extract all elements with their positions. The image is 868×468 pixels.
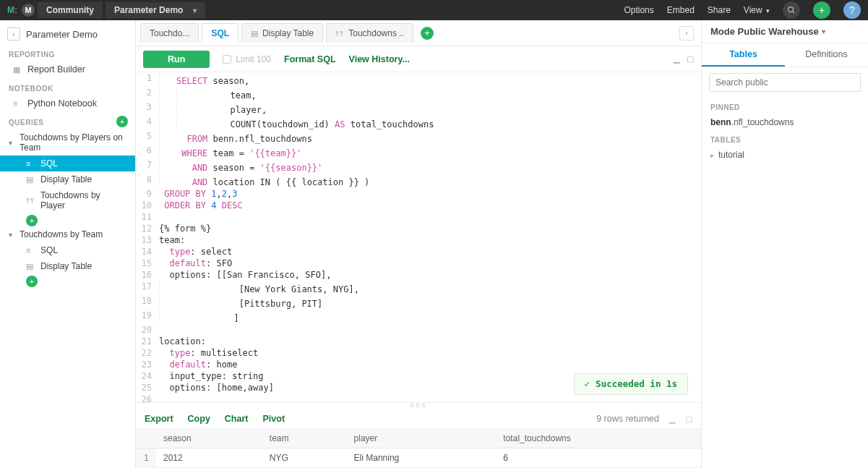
editor-line: 8 AND location IN ( {{ location }} ) [136,174,701,188]
add-query-button[interactable]: + [116,116,128,127]
chart-icon: ⫯⫯ [335,29,344,38]
child-label: Touchdowns by Player [40,190,126,210]
sidebar-query-child[interactable]: ▤Display Table [0,258,135,274]
editor-line: 7 AND season = '{{season}}' [136,159,701,174]
column-header[interactable]: season [156,429,262,448]
menu-embed[interactable]: Embed [667,5,695,15]
sql-editor[interactable]: 1SELECT season,2 team,3 player,4 COUNT(t… [136,72,701,402]
table-icon: ▤ [26,175,36,184]
editor-tab[interactable]: ⫯⫯Touchdowns .. [326,23,413,43]
editor-tab[interactable]: SQL [202,23,239,43]
resize-handle[interactable]: ⠿⠿⠿ [136,402,701,409]
column-header[interactable]: team [262,429,347,448]
menu-view[interactable]: View ▾ [744,5,770,15]
help-button[interactable]: ? [843,1,861,19]
chart-icon: ⫯⫯ [26,196,36,205]
editor-line: 20 [136,324,701,336]
tab-definitions[interactable]: Definitions [785,43,868,67]
schema-tabs: Tables Definitions [702,43,868,67]
minimize-icon[interactable]: ▁ [674,54,679,64]
menu-share[interactable]: Share [708,5,731,15]
pinned-table[interactable]: benn.nfl_touchdowns [702,114,868,130]
sidebar-query-child[interactable]: ≡SQL [0,156,135,171]
view-history-button[interactable]: View History... [349,54,410,64]
table-header-row: seasonteamplayertotal_touchdowns [136,429,701,448]
editor-tabs: Touchdo...SQL▤Display Table⫯⫯Touchdowns … [136,20,701,46]
sidebar-query[interactable]: ▾Touchdowns by Team [0,226,135,242]
line-number: 9 [136,188,158,200]
search-icon[interactable] [783,1,800,19]
line-number: 12 [136,223,158,234]
run-status-chip: ✓ Succeeded in 1s [574,373,688,395]
tables-label: TABLES [702,130,868,147]
line-number: 4 [136,116,158,130]
expand-pane-icon[interactable]: › [679,26,694,41]
schema-search [709,73,861,92]
sidebar-report-builder[interactable]: ▦ Report Builder [0,61,135,77]
chart-button[interactable]: Chart [225,414,249,424]
caret-right-icon: ▸ [710,151,714,159]
line-number: 14 [136,246,158,258]
results-toolbar: Export Copy Chart Pivot 9 rows returned … [136,409,701,429]
editor-line: 16 options: [[San Francisco, SFO], [136,269,701,281]
table-cell: Eli Manning [347,448,497,468]
sidebar-python-notebook[interactable]: ≡ Python Notebook [0,95,135,111]
brand-logo-icon[interactable]: M [22,4,35,17]
editor-line: 2 team, [136,87,701,101]
editor-toolbar: Run Limit 100 Format SQL View History...… [136,46,701,72]
child-label: SQL [40,158,58,169]
crumb-report[interactable]: Parameter Demo ▾ [106,2,205,18]
new-button[interactable]: + [813,1,830,19]
column-header[interactable]: player [347,429,497,448]
maximize-icon[interactable]: ▢ [687,54,694,64]
editor-line: 3 player, [136,101,701,116]
table-cell: 6 [496,448,701,468]
line-number: 1 [136,72,158,87]
sidebar-query-child[interactable]: ▤Display Table [0,171,135,187]
tab-label: Touchdowns .. [348,28,404,38]
editor-line: 15 default: SFO [136,258,701,269]
section-queries: QUERIES [7,111,53,129]
crumb-workspace[interactable]: Community [38,2,103,18]
add-output-button[interactable]: + [26,276,38,287]
editor-tab[interactable]: Touchdo... [140,23,199,43]
copy-button[interactable]: Copy [188,414,210,424]
export-button[interactable]: Export [145,414,173,424]
section-notebook: NOTEBOOK [0,77,135,95]
maximize-icon[interactable]: ▢ [685,414,692,424]
line-number: 15 [136,258,158,269]
schema-panel: Mode Public Warehouse ▾ Tables Definitio… [702,20,868,468]
menu-options[interactable]: Options [624,5,653,15]
pivot-button[interactable]: Pivot [263,414,285,424]
editor-line: 6 WHERE team = '{{team}}' [136,145,701,159]
schema-table[interactable]: ▸tutorial [702,147,868,163]
limit-toggle[interactable]: Limit 100 [223,54,271,64]
svg-line-1 [793,12,795,14]
column-header[interactable]: total_touchdowns [496,429,701,448]
line-number: 18 [136,295,158,310]
svg-point-0 [788,7,794,12]
table-row[interactable]: 12012NYGEli Manning6 [136,448,701,468]
line-number: 10 [136,200,158,211]
add-output-button[interactable]: + [26,215,38,226]
caret-down-icon: ▾ [9,139,12,147]
minimize-icon[interactable]: ▁ [669,414,675,424]
tab-tables[interactable]: Tables [702,43,785,67]
format-sql-button[interactable]: Format SQL [284,54,336,64]
sidebar-title: Parameter Demo [26,29,98,40]
editor-tab[interactable]: ▤Display Table [241,23,323,43]
sidebar-query-child[interactable]: ⫯⫯Touchdowns by Player [0,187,135,213]
table-icon: ▤ [251,29,258,38]
warehouse-selector[interactable]: Mode Public Warehouse ▾ [702,20,868,43]
search-input[interactable] [709,73,861,92]
add-tab-button[interactable]: + [421,27,434,40]
report-builder-icon: ▦ [13,65,23,75]
collapse-sidebar-icon[interactable]: ‹ [7,27,20,41]
editor-line: 18 [Pittsburg, PIT] [136,295,701,310]
editor-line: 14 type: select [136,246,701,258]
run-button[interactable]: Run [143,51,210,68]
sidebar-query[interactable]: ▾Touchdowns by Players on Team [0,129,135,156]
chevron-down-icon: ▾ [766,7,770,14]
line-number: 16 [136,269,158,281]
sidebar-query-child[interactable]: ≡SQL [0,242,135,258]
